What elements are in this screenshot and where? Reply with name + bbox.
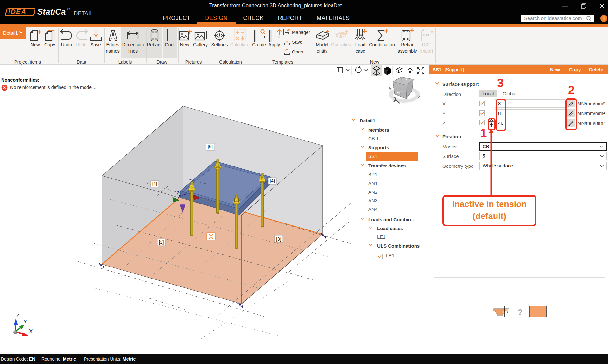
svg-text:[6]: [6] [208,144,213,149]
svg-text:[5]: [5] [209,234,214,239]
svg-text:Z: Z [16,313,19,319]
svg-text:[3]: [3] [276,236,281,242]
svg-text:+Y: +Y [397,91,401,94]
svg-text:DXF: DXF [423,33,430,37]
svg-text:[2]: [2] [159,240,164,245]
svg-text:X: X [29,329,33,335]
svg-text:[4]: [4] [270,178,275,183]
svg-text:[1]: [1] [152,181,157,186]
svg-text:Y: Y [23,319,27,325]
